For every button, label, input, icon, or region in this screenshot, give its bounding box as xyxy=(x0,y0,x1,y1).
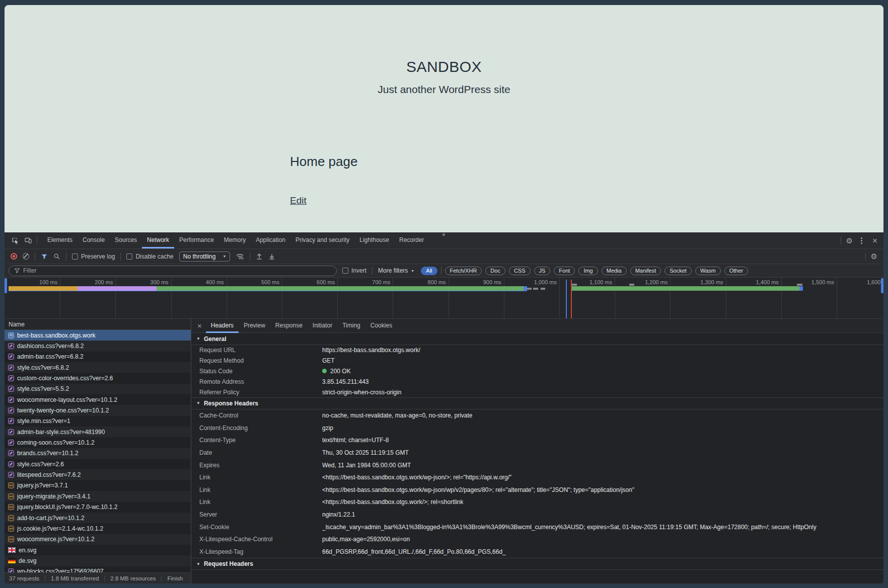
overview-right-handle[interactable] xyxy=(881,278,883,293)
toolbar-divider-2 xyxy=(66,253,66,261)
request-row[interactable]: style.css?ver=6.8.2 xyxy=(5,362,191,373)
filter-chip-fetch-xhr[interactable]: Fetch/XHR xyxy=(445,267,482,275)
import-har-icon[interactable] xyxy=(256,253,263,260)
request-row[interactable]: js.cookie.js?ver=2.1.4-wc.10.1.2 xyxy=(5,523,191,534)
request-list: Name best-bass.sandbox.otgs.workdashicon… xyxy=(5,319,191,583)
filter-chip-manifest[interactable]: Manifest xyxy=(630,267,661,275)
request-row[interactable]: brands.css?ver=10.1.2 xyxy=(5,448,191,459)
request-row[interactable]: add-to-cart.js?ver=10.1.2 xyxy=(5,513,191,523)
request-row[interactable]: dashicons.css?ver=6.8.2 xyxy=(5,341,191,351)
request-row[interactable]: jquery.js?ver=3.7.1 xyxy=(5,480,191,491)
details-tab-response[interactable]: Response xyxy=(270,319,308,333)
timeline-gridline xyxy=(726,278,726,318)
resize-handle-dot[interactable] xyxy=(442,233,445,236)
devtools-tab-privacy-and-security[interactable]: Privacy and security xyxy=(290,232,354,248)
filter-chip-other[interactable]: Other xyxy=(724,267,749,275)
column-header-name[interactable]: Name xyxy=(5,319,191,330)
devtools-tab-sources[interactable]: Sources xyxy=(110,232,142,248)
filter-funnel-icon[interactable] xyxy=(41,253,48,260)
disable-cache-checkbox[interactable]: Disable cache xyxy=(126,253,173,260)
filter-chip-socket[interactable]: Socket xyxy=(664,267,692,275)
details-tab-initiator[interactable]: Initiator xyxy=(308,319,337,333)
invert-checkbox[interactable]: Invert xyxy=(342,267,366,274)
details-tab-headers[interactable]: Headers xyxy=(206,319,239,333)
devtools-tab-network[interactable]: Network xyxy=(142,232,174,248)
filter-chip-media[interactable]: Media xyxy=(602,267,627,275)
devtools-tab-application[interactable]: Application xyxy=(251,232,290,248)
request-row[interactable]: coming-soon.css?ver=10.1.2 xyxy=(5,437,191,448)
header-name: Request Method xyxy=(199,357,322,364)
request-row[interactable]: style.css?ver=5.5.2 xyxy=(5,384,191,394)
resource-type-chips: AllFetch/XHRDocCSSJSFontImgMediaManifest… xyxy=(421,267,748,275)
css-file-icon xyxy=(8,343,14,349)
document-icon xyxy=(8,332,14,339)
request-row[interactable]: woocommerce-layout.css?ver=10.1.2 xyxy=(5,394,191,405)
request-row[interactable]: admin-bar-style.css?ver=481990 xyxy=(5,427,191,437)
filter-chip-doc[interactable]: Doc xyxy=(485,267,505,275)
invert-label: Invert xyxy=(351,267,366,274)
close-details-icon[interactable]: × xyxy=(195,321,206,330)
overview-dash xyxy=(533,288,538,290)
overview-left-handle[interactable] xyxy=(5,278,7,293)
checkbox-icon[interactable] xyxy=(126,254,132,260)
details-tab-cookies[interactable]: Cookies xyxy=(365,319,397,333)
clear-icon[interactable] xyxy=(23,253,29,260)
request-row[interactable]: style.css?ver=2.6 xyxy=(5,459,191,469)
js-file-icon xyxy=(8,515,14,521)
flag-de-icon xyxy=(8,558,16,563)
details-tab-timing[interactable]: Timing xyxy=(337,319,365,333)
site-tagline: Just another WordPress site xyxy=(5,83,883,96)
request-row[interactable]: en.svg xyxy=(5,545,191,555)
checkbox-icon[interactable] xyxy=(72,254,78,260)
request-row[interactable]: admin-bar.css?ver=6.8.2 xyxy=(5,352,191,362)
filter-chip-img[interactable]: Img xyxy=(578,267,598,275)
filter-chip-font[interactable]: Font xyxy=(554,267,575,275)
devtools-tab-performance[interactable]: Performance xyxy=(174,232,219,248)
network-overview[interactable]: 100 ms200 ms300 ms400 ms500 ms600 ms700 … xyxy=(5,278,883,319)
css-file-icon xyxy=(8,450,14,456)
export-har-icon[interactable] xyxy=(268,253,275,260)
filter-chip-wasm[interactable]: Wasm xyxy=(695,267,721,275)
preserve-log-checkbox[interactable]: Preserve log xyxy=(72,253,115,260)
js-file-icon xyxy=(8,536,14,542)
details-tab-preview[interactable]: Preview xyxy=(239,319,270,333)
network-conditions-icon[interactable] xyxy=(236,253,244,260)
filter-input[interactable]: Filter xyxy=(9,266,337,276)
filter-chip-all[interactable]: All xyxy=(421,267,437,275)
section-header-response-headers[interactable]: ▼Response Headers xyxy=(191,397,883,409)
request-row[interactable]: litespeed.css?ver=7.6.2 xyxy=(5,469,191,480)
request-row[interactable]: jquery.blockUI.js?ver=2.7.0-wc.10.1.2 xyxy=(5,502,191,513)
network-settings-gear-icon[interactable]: ⚙ xyxy=(871,253,877,260)
screenshot-frame: SANDBOX Just another WordPress site Home… xyxy=(0,0,888,588)
devtools-tab-console[interactable]: Console xyxy=(78,232,110,248)
device-toolbar-icon[interactable] xyxy=(22,235,35,246)
search-icon[interactable] xyxy=(53,253,60,260)
record-icon[interactable] xyxy=(11,253,17,260)
checkbox-icon[interactable] xyxy=(342,268,348,274)
request-row[interactable]: best-bass.sandbox.otgs.work xyxy=(5,330,191,341)
status-bar: 37 requests1.8 MB transferred2.8 MB reso… xyxy=(5,572,191,583)
inspect-icon[interactable] xyxy=(9,235,22,246)
throttling-select[interactable]: No throttling ▼ xyxy=(179,251,231,262)
filter-chip-js[interactable]: JS xyxy=(534,267,551,275)
status-item: 2.8 MB resources xyxy=(104,575,161,581)
request-row[interactable]: jquery-migrate.js?ver=3.4.1 xyxy=(5,491,191,501)
close-icon[interactable]: × xyxy=(870,236,879,245)
overview-event-line-1 xyxy=(566,280,567,318)
devtools-tab-lighthouse[interactable]: Lighthouse xyxy=(354,232,394,248)
request-row[interactable]: de.svg xyxy=(5,555,191,566)
settings-gear-icon[interactable]: ⚙ xyxy=(846,237,853,244)
devtools-tab-recorder[interactable]: Recorder xyxy=(394,232,429,248)
section-header-general[interactable]: ▼General xyxy=(191,333,883,345)
section-header-request-headers[interactable]: ▼Request Headers xyxy=(191,558,883,570)
devtools-tab-elements[interactable]: Elements xyxy=(42,232,78,248)
devtools-tab-memory[interactable]: Memory xyxy=(219,232,251,248)
request-row[interactable]: twenty-twenty-one.css?ver=10.1.2 xyxy=(5,405,191,415)
edit-link[interactable]: Edit xyxy=(290,195,307,206)
request-row[interactable]: style.min.css?ver=1 xyxy=(5,416,191,427)
request-row[interactable]: woocommerce.js?ver=10.1.2 xyxy=(5,534,191,545)
filter-chip-css[interactable]: CSS xyxy=(509,267,531,275)
request-row[interactable]: custom-color-overrides.css?ver=2.6 xyxy=(5,373,191,383)
more-filters-button[interactable]: More filters ▼ xyxy=(378,267,414,274)
more-menu-icon[interactable] xyxy=(861,240,862,241)
